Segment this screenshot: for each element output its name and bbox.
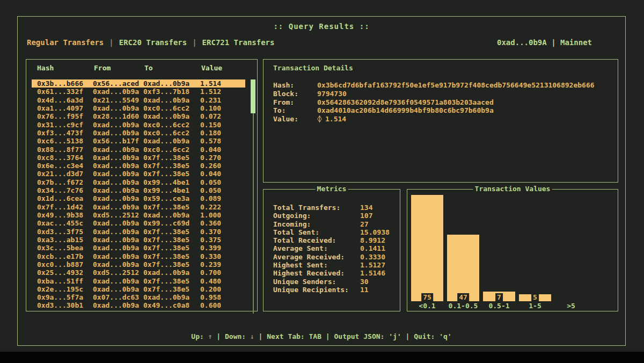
table-cell: 1.514	[200, 79, 221, 88]
table-row[interactable]: 0x88...8f770xad...0b9a0xc0...6cc20.040	[32, 146, 245, 154]
table-row[interactable]: 0x49...9b380xd5...25120xad...0b9a1.000	[32, 211, 245, 219]
table-row[interactable]: 0x61...332f0xad...0b9a0xf3...7b181.512	[32, 88, 245, 96]
scrollbar-thumb[interactable]	[251, 79, 255, 113]
chart-bar	[447, 235, 479, 301]
tab-regular-transfers[interactable]: Regular Transfers	[27, 38, 104, 47]
metrics-panel: Metrics Total Transfers:134Outgoing:107I…	[263, 189, 400, 311]
table-row[interactable]: 0xa3...ab150xad...0b9a0x7f...38e50.375	[32, 236, 245, 244]
table-row[interactable]: 0xcb...e17b0xad...0b9a0x7f...38e50.330	[32, 252, 245, 260]
table-cell: 0x25...4932	[37, 268, 83, 277]
table-cell: 0.330	[200, 252, 221, 260]
chart-bar-value-label: 75	[421, 293, 433, 301]
metric-row: Unique Recipients:11	[264, 286, 400, 294]
table-cell: 0x49...c0a8	[143, 301, 189, 309]
scrollbar-track[interactable]	[253, 113, 254, 314]
details-field-value: 0xad4010ac206b14d66999b4bf9b80c6bc97b60b…	[317, 106, 494, 115]
table-cell: 0xad...0b9a	[93, 146, 139, 154]
help-text: |	[213, 332, 225, 340]
table-row[interactable]: 0xc0...b8870xad...0b9a0x7f...38e50.239	[32, 260, 245, 268]
table-cell: 0.399	[200, 244, 221, 252]
metric-label: Unique Recipients:	[273, 286, 349, 294]
table-row[interactable]: 0x4d...6a3d0x21...55490xad...0b9a0.231	[32, 96, 245, 104]
column-header-to: To	[144, 64, 153, 72]
details-field: To:0xad4010ac206b14d66999b4bf9b80c6bc97b…	[264, 106, 618, 115]
table-cell: 0.480	[200, 277, 221, 285]
table-cell: 0xc0...6cc2	[143, 104, 189, 112]
table-row[interactable]: 0x7f...1d420xad...0b9a0x7f...38e50.222	[32, 203, 245, 211]
key-arrow-glyph: ↓	[250, 332, 254, 340]
metric-label: Unique Senders:	[273, 278, 336, 286]
table-cell: 0xa1...4097	[37, 104, 83, 112]
table-cell: 0.958	[200, 293, 221, 301]
table-row[interactable]: 0x31...c9cf0xad...0b9a0xc0...6cc20.150	[32, 121, 245, 129]
metric-value: 1.5146	[360, 269, 385, 277]
table-row[interactable]: 0x2e...195c0xad...0b9a0x7f...38e50.200	[32, 285, 245, 293]
table-cell: 0xad...0b9a	[143, 293, 189, 301]
table-row[interactable]: 0x7b...f6720xad...0b9a0x99...4be10.050	[32, 178, 245, 186]
table-row[interactable]: 0x76...f95f0x28...1d600xad...0b9a0.072	[32, 112, 245, 120]
table-row[interactable]: 0xd3...3f750xad...0b9a0x7f...38e50.370	[32, 228, 245, 236]
screen-bottom-strip	[0, 352, 644, 363]
metric-row: Unique Senders:30	[264, 278, 400, 286]
chart-bar-slot: 7	[483, 190, 515, 301]
table-cell: 0x99...4be1	[143, 186, 189, 194]
table-cell: 0x61...332f	[37, 88, 83, 96]
table-row[interactable]: 0x3b...b6660x56...aced0xad...0b9a1.514	[32, 79, 245, 88]
table-row[interactable]: 0xc6...51380x56...b17f0xad...0b9a0.578	[32, 137, 245, 145]
table-row[interactable]: 0xc8...37640xad...0b9a0x7f...38e50.270	[32, 154, 245, 162]
table-cell: 0xad...0b9a	[93, 121, 139, 129]
table-cell: 0x6e...c3e4	[37, 162, 83, 170]
table-cell: 0xc0...6cc2	[143, 129, 189, 137]
table-row[interactable]: 0x34...7c760xad...0b9a0x99...4be10.050	[32, 186, 245, 194]
transaction-details-panel: Transaction Details Hash:0x3b6cd7d6bfaf1…	[263, 59, 618, 183]
table-cell: 0.050	[200, 186, 221, 194]
tab-erc721-transfers[interactable]: ERC721 Transfers	[202, 38, 275, 47]
metric-label: Highest Received:	[273, 269, 345, 277]
table-cell: 0.375	[200, 236, 221, 244]
table-cell: 0x7f...38e5	[143, 154, 189, 162]
table-row[interactable]: 0x1d...6cea0xad...0b9a0x59...ce3a0.089	[32, 194, 245, 202]
chart-bar-slot: 5	[519, 190, 551, 301]
table-cell: 0xad...0b9a	[93, 104, 139, 112]
chart-category-label: 0.1-0.5	[447, 302, 479, 310]
table-cell: 0x4d...6a3d	[37, 96, 83, 104]
table-cell: 0xf3...7b18	[143, 88, 189, 96]
table-cell: 0.072	[200, 112, 221, 120]
table-cell: 0.040	[200, 146, 221, 154]
key-arrow-glyph: ↑	[208, 332, 213, 340]
details-field-label: Hash:	[273, 81, 294, 90]
table-row[interactable]: 0x6e...c3e40xad...0b9a0x7f...38e50.260	[32, 162, 245, 170]
chart-bar-value-label: 5	[531, 293, 539, 301]
table-row[interactable]: 0x3c...5bea0xad...0b9a0x7f...38e50.399	[32, 244, 245, 252]
metric-row: Total Sent:15.0938	[264, 228, 400, 236]
table-cell: 0xad...0b9a	[143, 79, 189, 88]
details-field-value: 9794730	[317, 90, 347, 98]
metric-label: Highest Sent:	[273, 261, 328, 269]
tab-erc20-transfers[interactable]: ERC20 Transfers	[119, 38, 187, 47]
transfers-table-panel: HashFromToValue 0x3b...b6660x56...aced0x…	[26, 59, 258, 311]
table-row[interactable]: 0x25...49320xd5...25120xad...0b9a0.700	[32, 268, 245, 277]
metric-row: Incoming:27	[264, 220, 400, 228]
table-cell: 0x2e...195c	[37, 285, 83, 293]
chart-category-label: 0.5-1	[483, 302, 515, 310]
table-cell: 0x56...aced	[93, 79, 139, 88]
table-cell: 0xad...0b9a	[93, 260, 139, 268]
table-cell: 0x3b...b666	[37, 79, 83, 88]
table-cell: 0xad...0b9a	[93, 88, 139, 96]
table-row[interactable]: 0x21...d3d70xad...0b9a0x7f...38e50.040	[32, 170, 245, 178]
metric-row: Total Received:8.9912	[264, 236, 400, 244]
table-cell: 0x34...7c76	[37, 186, 83, 194]
table-cell: 0x88...8f77	[37, 146, 83, 154]
terminal-window: :: Query Results :: Regular Transfers|ER…	[17, 16, 626, 346]
table-cell: 0xc0...6cc2	[143, 121, 189, 129]
table-row[interactable]: 0xa1...40970xad...0b9a0xc0...6cc20.100	[32, 104, 245, 112]
column-header-hash: Hash	[37, 64, 54, 72]
table-row[interactable]: 0xba...51ff0xad...0b9a0x7f...38e50.480	[32, 277, 245, 285]
table-cell: 0xad...0b9a	[93, 203, 139, 211]
table-row[interactable]: 0xac...455c0xad...0b9a0x99...c69d0.360	[32, 219, 245, 227]
table-row[interactable]: 0x9a...5f7a0x07...dc630xad...0b9a0.958	[32, 293, 245, 301]
table-row[interactable]: 0xf3...473f0xad...0b9a0xc0...6cc20.180	[32, 129, 245, 137]
table-row[interactable]: 0xd3...30b10xad...0b9a0x49...c0a80.600	[32, 301, 245, 309]
details-field-value: 0x564286362092d8e7936f0549571a803b203aac…	[317, 98, 494, 107]
table-cell: 1.512	[200, 88, 221, 96]
